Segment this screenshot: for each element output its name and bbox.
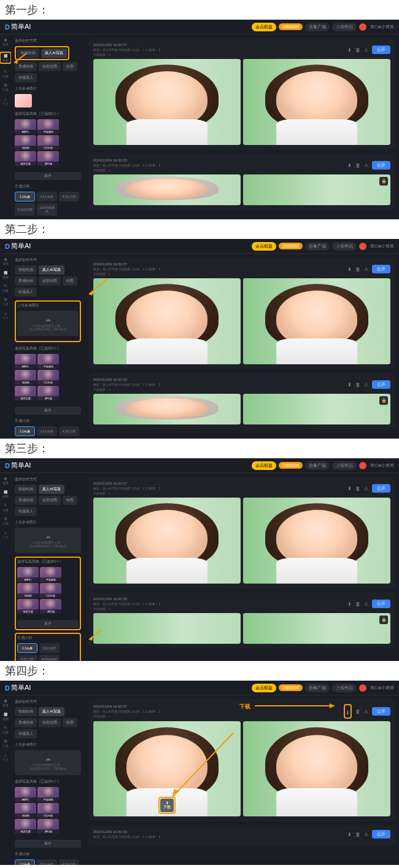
tab-draw2-4[interactable]: 绘图 bbox=[63, 718, 77, 727]
publish-button-s4[interactable]: 公开 bbox=[372, 707, 390, 716]
gallery-button[interactable]: 合集广场 bbox=[305, 23, 330, 31]
style-0[interactable]: AI梦幻 bbox=[15, 119, 36, 134]
credits-button-3[interactable]: 2000000 bbox=[279, 462, 303, 469]
lock-icon[interactable]: 🔒 bbox=[379, 177, 388, 186]
download-icon-2-s3[interactable]: ⬇ bbox=[347, 601, 352, 607]
result-image-4-s2[interactable] bbox=[243, 394, 390, 424]
nav-tools[interactable]: ⚙工具 bbox=[2, 84, 9, 91]
nav-home[interactable]: ◉首页 bbox=[2, 38, 9, 45]
result-image-4-s3[interactable] bbox=[243, 613, 390, 644]
style-3-2[interactable]: C位出道 bbox=[37, 370, 59, 385]
result-image-3-s2[interactable] bbox=[93, 394, 241, 424]
tab-draw2-3[interactable]: 绘图 bbox=[63, 496, 77, 505]
ratio-1[interactable]: 3:2大头照 bbox=[37, 192, 57, 201]
tab-smart-3[interactable]: 智能绘画 bbox=[15, 485, 37, 494]
tab-smart-4[interactable]: 智能绘画 bbox=[15, 707, 37, 716]
nav-draw-2[interactable]: ▦绘图 bbox=[2, 271, 9, 278]
style-3[interactable]: C位出道 bbox=[37, 135, 59, 150]
delete-icon-s2[interactable]: 🗑 bbox=[355, 267, 360, 272]
tab-creative[interactable]: 创意绘图 bbox=[39, 62, 61, 71]
tab-inspire-4[interactable]: 灵感绘画 bbox=[15, 718, 37, 727]
result-image-1-s2[interactable] bbox=[93, 278, 241, 364]
publish-button-2-s3[interactable]: 公开 bbox=[372, 600, 390, 608]
nav-tools-3[interactable]: ⚙工具 bbox=[2, 517, 9, 525]
ratio-0-2[interactable]: 1:1头像 bbox=[15, 426, 35, 436]
ratio-3[interactable]: 9:16自拍照 bbox=[15, 203, 35, 216]
nav-text-4[interactable]: ✎文案 bbox=[2, 726, 9, 733]
style-0-4[interactable]: AI梦幻 bbox=[15, 787, 36, 802]
result-image-1[interactable] bbox=[93, 59, 241, 145]
result-image-3[interactable] bbox=[93, 174, 241, 205]
tab-draw2-2[interactable]: 绘图 bbox=[63, 276, 77, 286]
style-5-3[interactable]: 梦幻场 bbox=[40, 599, 61, 614]
avatar-3[interactable] bbox=[359, 462, 366, 469]
expand-button-2[interactable]: 展开 bbox=[15, 407, 81, 415]
vip-button-4[interactable]: 会员权益 bbox=[252, 684, 276, 692]
publish-button-2-s4[interactable]: 公开 bbox=[372, 830, 390, 839]
gallery-button-2[interactable]: 合集广场 bbox=[305, 242, 330, 251]
delete-icon-2-s4[interactable]: 🗑 bbox=[355, 832, 360, 837]
result-image-2-s4[interactable] bbox=[243, 721, 390, 816]
nav-text-2[interactable]: ✎文案 bbox=[2, 284, 9, 292]
vip-button[interactable]: 会员权益 bbox=[252, 23, 276, 31]
publish-button-s2[interactable]: 公开 bbox=[372, 265, 390, 273]
ratio-2-4[interactable]: 4:3文艺照 bbox=[59, 859, 79, 865]
ratio-2[interactable]: 4:3文艺照 bbox=[59, 192, 79, 201]
nav-draw-4[interactable]: ▦绘图 bbox=[2, 713, 9, 720]
ratio-0-4[interactable]: 1:1头像 bbox=[15, 859, 35, 865]
style-2-4[interactable]: 动漫风 bbox=[15, 803, 36, 818]
style-5-4[interactable]: 梦幻场 bbox=[37, 819, 59, 834]
style-2-2[interactable]: 动漫风 bbox=[15, 370, 36, 385]
lock-icon-s3[interactable]: 🔒 bbox=[379, 616, 388, 624]
nav-text-3[interactable]: ✎文案 bbox=[2, 504, 9, 511]
tab-inspire[interactable]: 灵感绘画 bbox=[15, 62, 37, 71]
upload-box[interactable]: ☁ 点击此处将图片上传， 支持JPEG/JPG，PNG格式 bbox=[17, 311, 79, 336]
nav-personal-4[interactable]: ☺个人 bbox=[2, 753, 9, 760]
download-icon-s2[interactable]: ⬇ bbox=[347, 267, 352, 272]
style-4-2[interactable]: 银发主题 bbox=[15, 386, 36, 401]
result-image-1-s3[interactable] bbox=[93, 498, 241, 584]
nav-personal-2[interactable]: ☺个人 bbox=[2, 311, 9, 319]
ratio-0-3[interactable]: 1:1头像 bbox=[17, 643, 37, 653]
upload-box-4[interactable]: ☁ 点击此处将图片上传， 支持JPEG/JPG，PNG格式 bbox=[15, 750, 81, 775]
warn-icon[interactable]: ⚠ bbox=[364, 47, 368, 53]
ratio-1-4[interactable]: 3:2大头照 bbox=[37, 859, 57, 865]
result-image-2[interactable] bbox=[243, 59, 390, 145]
tab-draw2[interactable]: 绘图 bbox=[63, 62, 77, 71]
style-3-4[interactable]: C位出道 bbox=[37, 803, 59, 818]
ratio-2-2[interactable]: 4:3文艺照 bbox=[59, 426, 79, 436]
warn-icon-s3[interactable]: ⚠ bbox=[364, 486, 368, 491]
style-1-3[interactable]: 平面画风 bbox=[40, 567, 61, 582]
publish-button-2[interactable]: 公开 bbox=[372, 161, 390, 170]
nav-draw[interactable]: ▦绘图 bbox=[2, 54, 9, 61]
style-0-3[interactable]: AI梦幻 bbox=[17, 567, 39, 582]
tab-photo-4[interactable]: 真人AI写真 bbox=[39, 707, 64, 716]
style-1-4[interactable]: 平面画风 bbox=[37, 787, 59, 802]
nav-personal-3[interactable]: ☺个人 bbox=[2, 531, 9, 538]
tab-inspire-3[interactable]: 灵感绘画 bbox=[15, 496, 37, 505]
style-1-2[interactable]: 平面画风 bbox=[37, 354, 59, 369]
tab-photo[interactable]: 真人AI写真 bbox=[41, 49, 67, 58]
tab-anime-3[interactable]: 动漫真人 bbox=[15, 507, 37, 516]
delete-icon-s3[interactable]: 🗑 bbox=[355, 486, 360, 491]
expand-button-4[interactable]: 展开 bbox=[15, 840, 81, 848]
download-icon-2[interactable]: ⬇ bbox=[347, 163, 352, 168]
style-4-3[interactable]: 银发主题 bbox=[17, 599, 39, 614]
warn-icon-2[interactable]: ⚠ bbox=[364, 163, 368, 168]
result-image-3-s3[interactable] bbox=[93, 613, 241, 644]
vip-button-3[interactable]: 会员权益 bbox=[252, 461, 276, 470]
upload-button-4[interactable]: 上传作品 bbox=[332, 684, 357, 692]
download-icon[interactable]: ⬇ bbox=[347, 47, 352, 53]
expand-button[interactable]: 展开 bbox=[15, 172, 81, 180]
nav-home-4[interactable]: ◉首页 bbox=[2, 699, 9, 706]
credits-button-4[interactable]: 2000000 bbox=[279, 684, 303, 691]
download-icon-s3[interactable]: ⬇ bbox=[347, 486, 352, 491]
avatar-4[interactable] bbox=[359, 684, 366, 692]
delete-icon[interactable]: 🗑 bbox=[355, 47, 360, 53]
ratio-0[interactable]: 1:1头像 bbox=[15, 192, 35, 201]
ratio-4-2[interactable]: 16:9手机壁纸 bbox=[37, 438, 57, 439]
result-image-2-s3[interactable] bbox=[243, 498, 390, 584]
tab-photo-2[interactable]: 真人AI写真 bbox=[39, 265, 64, 275]
download-icon-2-s2[interactable]: ⬇ bbox=[347, 382, 352, 388]
tab-creative-3[interactable]: 创意绘图 bbox=[39, 496, 61, 505]
